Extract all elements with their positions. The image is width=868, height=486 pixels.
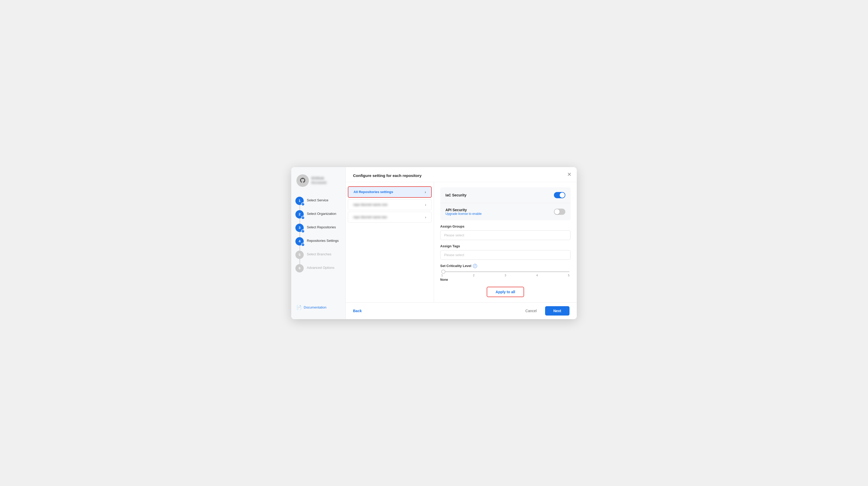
documentation-link[interactable]: 📄 Documentation [291, 301, 345, 314]
modal-footer: Back Cancel Next [346, 302, 577, 319]
step-5-circle: 5 [296, 251, 304, 259]
iac-security-row: IaC Security [440, 187, 570, 203]
next-button[interactable]: Next [545, 306, 569, 316]
sidebar-item-advanced-options: 6 Advanced Options [296, 262, 345, 275]
modal: ✕ GitHub Account 1 ✓ [291, 167, 577, 319]
step-3-check: ✓ [301, 229, 305, 233]
assign-tags-input[interactable]: Please select [440, 250, 570, 260]
step-4-check: ✓ [301, 243, 305, 247]
assign-groups-input[interactable]: Please select [440, 230, 570, 240]
sidebar-item-select-service: 1 ✓ Select Service [296, 194, 345, 207]
repo-list: All Repositories settings › repo blurred… [346, 182, 434, 302]
sidebar-item-repositories-settings: 4 ✓ Repositories Settings [296, 234, 345, 248]
step-1-circle: 1 ✓ [296, 197, 304, 205]
github-icon [297, 174, 309, 187]
api-upgrade-label[interactable]: Upgrade license to enable [445, 212, 482, 216]
doc-label: Documentation [304, 305, 326, 309]
svg-point-0 [299, 176, 307, 185]
api-security-row: API Security Upgrade license to enable [440, 203, 570, 220]
repo-2-label: repo blurred name two [353, 215, 423, 219]
assign-tags-label: Assign Tags [440, 244, 570, 248]
repo-item-1[interactable]: repo blurred name one › [348, 199, 432, 210]
sidebar-item-select-repositories: 3 ✓ Select Repositories [296, 221, 345, 234]
criticality-slider-track [441, 271, 569, 272]
step-6-circle: 6 [296, 264, 304, 272]
criticality-info-icon[interactable]: i [473, 264, 477, 268]
step-3-circle: 3 ✓ [296, 224, 304, 232]
criticality-none-label: None [440, 278, 570, 282]
criticality-label: Set Criticality Level i [440, 264, 570, 268]
step-1-check: ✓ [301, 202, 305, 206]
all-repositories-item[interactable]: All Repositories settings › [348, 186, 432, 198]
api-security-label: API Security [445, 208, 482, 212]
step-2-circle: 2 ✓ [296, 210, 304, 219]
settings-panel: IaC Security API Security Upgrade licens… [434, 182, 577, 302]
iac-toggle-knob [560, 193, 565, 198]
criticality-slider-labels: 1 2 3 4 5 [441, 274, 569, 277]
main-content: Configure setting for each repository Al… [346, 167, 577, 319]
repo-1-label: repo blurred name one [353, 203, 423, 206]
assign-tags-section: Assign Tags Please select [440, 244, 570, 260]
all-repos-chevron-icon: › [425, 190, 426, 194]
sidebar: GitHub Account 1 ✓ Select Service 2 ✓ [291, 167, 346, 319]
main-body: All Repositories settings › repo blurred… [346, 182, 577, 302]
tick-3: 3 [505, 274, 506, 277]
step-4-circle: 4 ✓ [296, 237, 304, 246]
tick-2: 2 [473, 274, 474, 277]
tick-4: 4 [536, 274, 538, 277]
step-5-label: Select Branches [307, 251, 332, 256]
sidebar-steps: 1 ✓ Select Service 2 ✓ Select Organizati… [291, 194, 345, 301]
assign-groups-section: Assign Groups Please select [440, 224, 570, 240]
repo-item-2[interactable]: repo blurred name two › [348, 212, 432, 223]
step-3-label: Select Repositories [307, 224, 336, 229]
cancel-button[interactable]: Cancel [521, 307, 541, 315]
back-button[interactable]: Back [353, 307, 362, 315]
criticality-slider-thumb[interactable] [441, 269, 445, 274]
iac-security-toggle[interactable] [554, 192, 565, 198]
repo-2-chevron-icon: › [425, 215, 426, 219]
api-toggle-knob [554, 209, 560, 214]
criticality-slider-container: 1 2 3 4 5 [440, 271, 570, 277]
footer-right: Cancel Next [521, 306, 569, 316]
close-button[interactable]: ✕ [567, 171, 571, 177]
step-2-check: ✓ [301, 216, 305, 220]
doc-icon: 📄 [297, 305, 302, 310]
sidebar-item-select-branches: 5 Select Branches [296, 248, 345, 262]
assign-groups-label: Assign Groups [440, 224, 570, 228]
tick-1: 1 [441, 274, 443, 277]
sidebar-logo-text: GitHub Account [311, 176, 340, 185]
tick-5: 5 [568, 274, 569, 277]
repo-1-chevron-icon: › [425, 203, 426, 207]
main-header: Configure setting for each repository [346, 167, 577, 182]
security-card: IaC Security API Security Upgrade licens… [440, 187, 570, 220]
criticality-section: Set Criticality Level i 1 2 3 4 [440, 264, 570, 282]
step-4-label: Repositories Settings [307, 237, 339, 242]
api-security-toggle[interactable] [554, 208, 565, 215]
all-repositories-label: All Repositories settings [353, 190, 423, 194]
step-1-label: Select Service [307, 197, 328, 202]
apply-to-all-button[interactable]: Apply to all [487, 287, 524, 297]
sidebar-logo: GitHub Account [291, 174, 345, 194]
sidebar-item-select-organization: 2 ✓ Select Organization [296, 207, 345, 221]
step-2-label: Select Organization [307, 210, 336, 216]
step-6-label: Advanced Options [307, 264, 334, 269]
iac-security-label: IaC Security [445, 193, 466, 197]
